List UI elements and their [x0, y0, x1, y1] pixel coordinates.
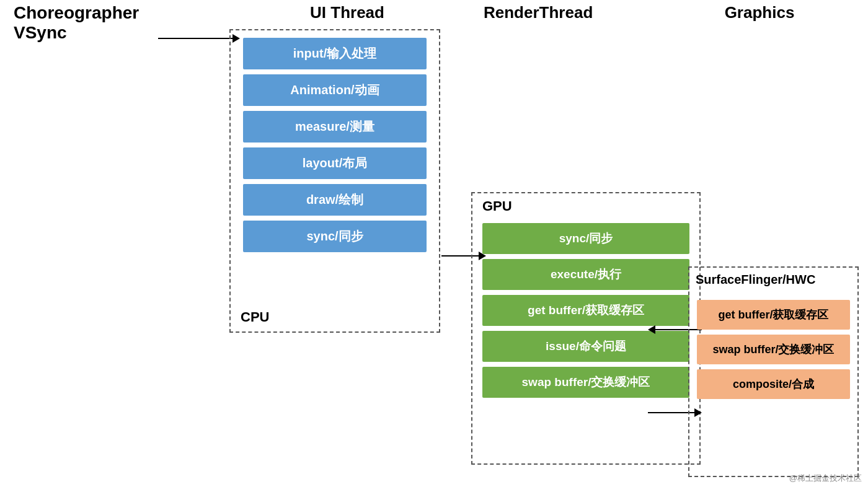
block-sync-gpu: sync/同步	[482, 223, 689, 254]
surface-flinger-box: SurfaceFlinger/HWC get buffer/获取缓存区 swap…	[688, 266, 859, 477]
cpu-dashed-box: input/输入处理 Animation/动画 measure/测量 layou…	[229, 29, 440, 333]
choreographer-label: Choreographer VSync	[14, 3, 139, 43]
block-execute: execute/执行	[482, 259, 689, 290]
block-animation: Animation/动画	[243, 74, 427, 106]
block-sync-ui: sync/同步	[243, 221, 427, 252]
graphics-title: Graphics	[682, 3, 837, 22]
block-get-buffer-gpu: get buffer/获取缓存区	[482, 295, 689, 326]
block-measure: measure/测量	[243, 111, 427, 143]
block-draw: draw/绘制	[243, 184, 427, 216]
ui-thread-title: UI Thread	[260, 3, 434, 22]
diagram: Choreographer VSync UI Thread RenderThre…	[0, 0, 868, 487]
surface-flinger-label: SurfaceFlinger/HWC	[696, 273, 815, 287]
block-get-buffer-gfx: get buffer/获取缓存区	[697, 300, 850, 330]
vsync-title: VSync	[14, 23, 139, 43]
block-input: input/输入处理	[243, 38, 427, 69]
block-composite: composite/合成	[697, 369, 850, 399]
gpu-label: GPU	[482, 198, 512, 214]
watermark: @稀土掘金技术社区	[789, 473, 862, 484]
choreographer-title: Choreographer	[14, 3, 139, 23]
cpu-label: CPU	[241, 309, 269, 325]
block-swap-buffer-gfx: swap buffer/交换缓冲区	[697, 335, 850, 364]
block-layout: layout/布局	[243, 147, 427, 179]
block-issue: issue/命令问题	[482, 331, 689, 362]
render-thread-title: RenderThread	[484, 3, 657, 22]
block-swap-buffer-gpu: swap buffer/交换缓冲区	[482, 367, 689, 398]
choreographer-arrow	[158, 34, 240, 43]
